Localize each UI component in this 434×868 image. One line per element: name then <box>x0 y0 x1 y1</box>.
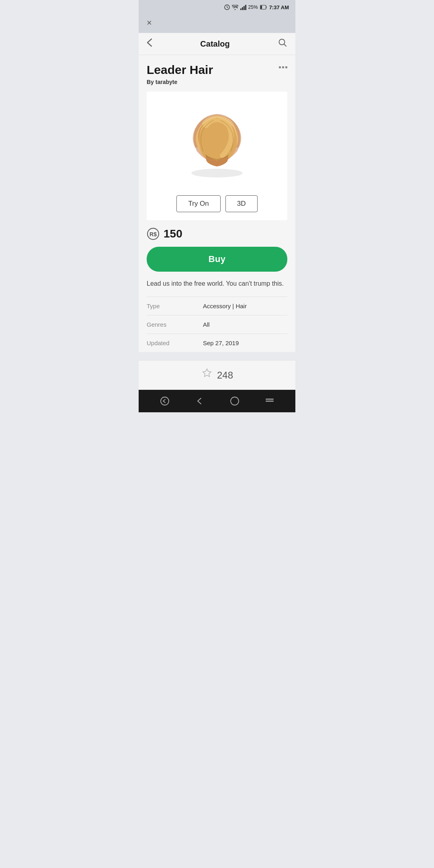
nav-title: Catalog <box>200 39 229 49</box>
try-on-button[interactable]: Try On <box>176 195 220 212</box>
price-section: R$ 150 <box>147 227 287 240</box>
star-icon[interactable] <box>201 368 213 383</box>
updated-value: Sep 27, 2019 <box>203 334 287 352</box>
details-table-body: Type Accessory | Hair Genres All Updated… <box>147 297 287 352</box>
nav-bar: Catalog <box>139 33 295 55</box>
svg-rect-3 <box>244 6 245 10</box>
svg-rect-1 <box>240 8 242 10</box>
more-options-button[interactable] <box>279 63 287 68</box>
product-image <box>177 104 257 184</box>
status-bar: 25% 7:37 AM <box>139 0 295 14</box>
type-value: Accessory | Hair <box>203 297 287 315</box>
battery-icon <box>260 5 267 10</box>
search-button[interactable] <box>278 38 287 50</box>
nav-menu-button[interactable] <box>265 396 274 406</box>
robux-icon: R$ <box>147 227 160 240</box>
top-close-bar: × <box>139 14 295 33</box>
type-label: Type <box>147 297 203 315</box>
rating-count: 248 <box>217 370 233 381</box>
table-row: Type Accessory | Hair <box>147 297 287 315</box>
signal-icon <box>240 5 246 10</box>
3d-button[interactable]: 3D <box>225 195 258 212</box>
svg-rect-13 <box>266 399 274 400</box>
svg-point-12 <box>231 397 239 405</box>
svg-rect-6 <box>260 6 262 9</box>
product-title: Leader Hair <box>147 63 213 76</box>
svg-rect-14 <box>266 401 274 402</box>
main-content: Leader Hair By tarabyte <box>139 55 295 352</box>
product-author: By tarabyte <box>147 79 287 85</box>
close-button[interactable]: × <box>147 18 152 27</box>
status-icons: 25% 7:37 AM <box>224 4 289 10</box>
svg-point-11 <box>161 397 169 405</box>
image-buttons: Try On 3D <box>176 195 257 212</box>
nav-home-button[interactable] <box>230 396 240 406</box>
product-image-area <box>155 100 279 188</box>
table-row: Updated Sep 27, 2019 <box>147 334 287 352</box>
bottom-nav <box>139 390 295 412</box>
product-header: Leader Hair <box>147 63 287 76</box>
author-name: tarabyte <box>156 79 177 85</box>
price-value: 150 <box>164 227 182 240</box>
table-row: Genres All <box>147 315 287 334</box>
back-button[interactable] <box>147 38 152 49</box>
image-container: Try On 3D <box>147 92 287 220</box>
svg-point-8 <box>191 169 242 178</box>
more-dot-3 <box>285 66 287 68</box>
buy-button[interactable]: Buy <box>147 247 287 272</box>
product-description: Lead us into the free world. You can't t… <box>147 279 287 289</box>
battery-percent: 25% <box>248 4 258 10</box>
updated-label: Updated <box>147 334 203 352</box>
rating-section: 248 <box>139 360 295 390</box>
wifi-icon <box>232 5 238 10</box>
more-dot-2 <box>282 66 284 68</box>
status-time: 7:37 AM <box>269 4 289 10</box>
details-table: Type Accessory | Hair Genres All Updated… <box>147 297 287 352</box>
svg-text:R$: R$ <box>149 231 157 237</box>
genres-label: Genres <box>147 315 203 334</box>
nav-back-button[interactable] <box>195 397 204 405</box>
clock-icon <box>224 4 230 10</box>
nav-back-arrow-button[interactable] <box>160 397 170 405</box>
author-prefix: By <box>147 79 156 85</box>
svg-rect-4 <box>245 5 246 10</box>
genres-value: All <box>203 315 287 334</box>
svg-rect-2 <box>242 7 243 10</box>
more-dot-1 <box>279 66 281 68</box>
